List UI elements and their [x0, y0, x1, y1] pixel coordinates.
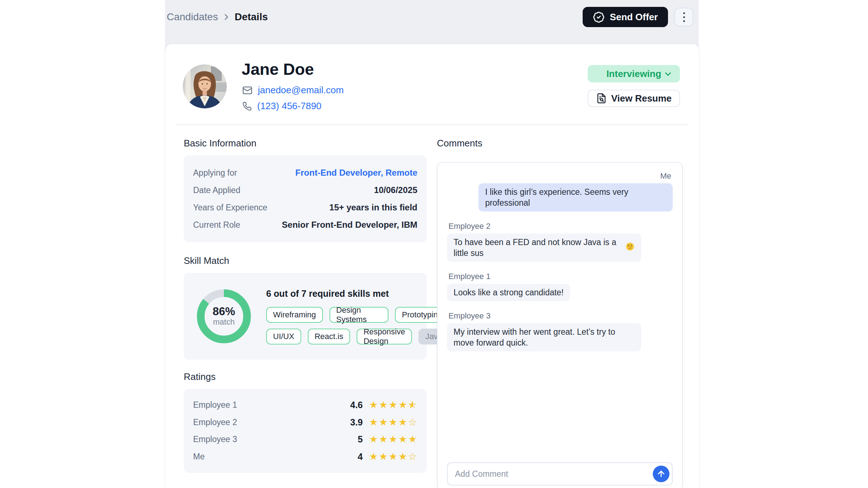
comment-text: I like this girl’s experience. Seems ver…: [485, 187, 666, 208]
info-label: Years of Experience: [193, 203, 267, 213]
skill-chips-row: UI/UXReact.isResponsive DesignJava: [266, 329, 449, 344]
add-comment-input[interactable]: [447, 462, 673, 485]
star-full-icon: ★: [378, 418, 388, 427]
star-rating: ★★★★☆: [369, 418, 417, 427]
topbar-actions: Send Offer: [583, 7, 693, 27]
info-value: Senior Front-End Developer, IBM: [282, 220, 417, 230]
rating-row: Employee 23.9★★★★☆: [193, 417, 417, 428]
star-empty-icon: ☆: [408, 452, 417, 462]
star-rating: ★★★★★: [369, 435, 417, 444]
comment-author: Employee 2: [448, 222, 490, 231]
star-rating: ★★★★☆★: [369, 400, 417, 410]
rating-row: Me4★★★★☆: [193, 451, 417, 462]
rating-value: 4.6: [350, 400, 363, 410]
comment-bubble: I like this girl’s experience. Seems ver…: [478, 183, 673, 211]
star-full-icon: ★: [378, 400, 388, 410]
breadcrumb: Candidates Details: [167, 11, 268, 23]
comment-message: Employee 1Looks like a strong candidate!: [447, 272, 673, 301]
rating-row: Employee 35★★★★★: [193, 434, 417, 445]
phone-icon: [242, 102, 252, 111]
star-full-icon: ★: [378, 435, 388, 444]
star-empty-icon: ☆: [408, 418, 417, 427]
phone-link[interactable]: (123) 456-7890: [257, 100, 322, 112]
star-full-icon: ★: [378, 452, 388, 462]
send-comment-button[interactable]: [653, 466, 669, 482]
comment-author: Employee 3: [448, 311, 490, 321]
star-full-icon: ★: [369, 418, 378, 427]
info-row: Applying forFront-End Developer, Remote: [193, 168, 417, 178]
candidate-details-page: Candidates Details Send Offer: [0, 0, 868, 488]
star-full-icon: ★: [388, 418, 398, 427]
star-rating: ★★★★☆: [369, 452, 417, 462]
info-value: 15+ years in this field: [329, 202, 417, 213]
email-link[interactable]: janedoe@email.com: [258, 85, 344, 96]
chevron-right-icon: [222, 12, 231, 22]
rating-value: 5: [358, 434, 363, 445]
rating-row: Employee 14.6★★★★☆★: [193, 400, 417, 410]
match-percent: 86%: [213, 306, 235, 317]
more-options-button[interactable]: [675, 8, 693, 26]
info-value: 10/06/2025: [374, 185, 417, 195]
skill-chip: UI/UX: [266, 329, 301, 344]
skill-match-panel: 86% match 6 out of 7 required skills met…: [184, 273, 427, 360]
view-resume-button[interactable]: View Resume: [588, 90, 680, 107]
add-comment-row: [447, 462, 673, 485]
chevron-down-icon: [663, 69, 673, 79]
badge-check-icon: [593, 11, 605, 23]
ratings-title: Ratings: [184, 371, 427, 382]
star-half-fill: ★: [408, 400, 413, 410]
info-value-link[interactable]: Front-End Developer, Remote: [295, 168, 417, 178]
info-row: Date Applied10/06/2025: [193, 185, 417, 195]
comments-title: Comments: [437, 138, 683, 149]
skills-summary: 6 out of 7 required skills met: [266, 288, 449, 299]
star-full-icon: ★: [369, 452, 378, 462]
star-full-icon: ★: [398, 418, 408, 427]
status-dropdown[interactable]: Interviewing: [588, 65, 680, 82]
info-label: Current Role: [193, 220, 240, 230]
details-column: Basic Information Applying forFront-End …: [184, 125, 427, 488]
star-full-icon: ★: [369, 400, 378, 410]
comment-author: Employee 1: [448, 272, 490, 281]
comment-text: To have been a FED and not know Java is …: [454, 237, 622, 258]
star-full-icon: ★: [398, 435, 408, 444]
skill-match-donut: 86% match: [197, 289, 251, 343]
comment-bubble: Looks like a strong candidate!: [447, 284, 570, 301]
info-label: Applying for: [193, 168, 237, 178]
mail-icon: [242, 85, 252, 95]
ratings-panel: Employee 14.6★★★★☆★Employee 23.9★★★★☆Emp…: [184, 389, 427, 473]
contact-info: janedoe@email.com (123) 456-7890: [242, 85, 344, 112]
comment-bubble: To have been a FED and not know Java is …: [447, 234, 641, 262]
star-half-icon: ☆★: [408, 400, 417, 410]
match-label: match: [213, 317, 235, 327]
comment-message: MeI like this girl’s experience. Seems v…: [447, 171, 673, 211]
comment-author: Me: [660, 171, 671, 181]
send-offer-button[interactable]: Send Offer: [583, 7, 668, 27]
skill-chip: Design Systems: [329, 307, 389, 323]
rating-value: 4: [358, 451, 363, 462]
star-full-icon: ★: [388, 400, 398, 410]
comment-list: MeI like this girl’s experience. Seems v…: [447, 171, 673, 361]
basic-info-panel: Applying forFront-End Developer, RemoteD…: [184, 155, 427, 242]
arrow-up-icon: [656, 469, 666, 479]
rating-label: Employee 2: [193, 418, 350, 427]
star-full-icon: ★: [388, 435, 398, 444]
rating-label: Me: [193, 452, 358, 462]
rating-value: 3.9: [350, 417, 363, 428]
skill-chip: Responsive Design: [357, 329, 412, 344]
view-resume-label: View Resume: [611, 93, 672, 104]
comments-column: Comments MeI like this girl’s experience…: [437, 125, 683, 488]
comment-message: Employee 3My interview with her went gre…: [447, 311, 673, 351]
rating-label: Employee 1: [193, 400, 350, 410]
thinking-emoji: [625, 242, 635, 254]
star-full-icon: ★: [388, 452, 398, 462]
breadcrumb-candidates[interactable]: Candidates: [167, 11, 218, 23]
star-full-icon: ★: [369, 435, 378, 444]
file-search-icon: [596, 93, 607, 104]
comment-message: Employee 2To have been a FED and not kno…: [447, 222, 673, 262]
skill-chip: React.is: [308, 329, 350, 344]
status-label: Interviewing: [607, 68, 661, 80]
skill-chips-row: WireframingDesign SystemsPrototyping: [266, 307, 449, 323]
skill-chip: Wireframing: [266, 307, 323, 323]
star-full-icon: ★: [398, 452, 408, 462]
avatar: [183, 64, 227, 108]
